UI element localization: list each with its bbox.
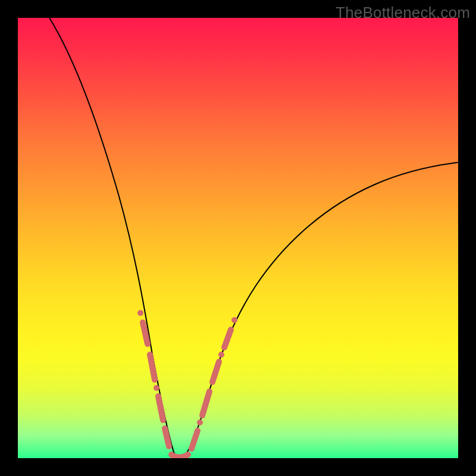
bead-segment <box>192 431 198 449</box>
bead-dot <box>197 419 203 425</box>
bead-segment <box>224 330 231 347</box>
bead-dot <box>154 385 159 391</box>
watermark-label: TheBottleneck.com <box>336 4 470 22</box>
bead-dot <box>231 317 237 323</box>
chart-stage: TheBottleneck.com <box>0 0 476 476</box>
bead-segment <box>150 355 155 380</box>
bottleneck-curve-path <box>49 18 458 458</box>
bead-dot <box>137 310 143 316</box>
bead-dot <box>218 352 224 358</box>
bead-overlay <box>137 310 237 458</box>
bead-segment-bottom <box>171 455 188 458</box>
bead-segment <box>212 362 219 382</box>
plot-frame <box>18 18 458 458</box>
bead-segment <box>158 396 163 420</box>
bead-segment <box>202 392 209 415</box>
bead-segment <box>165 428 169 446</box>
bottleneck-curve-svg <box>18 18 458 458</box>
